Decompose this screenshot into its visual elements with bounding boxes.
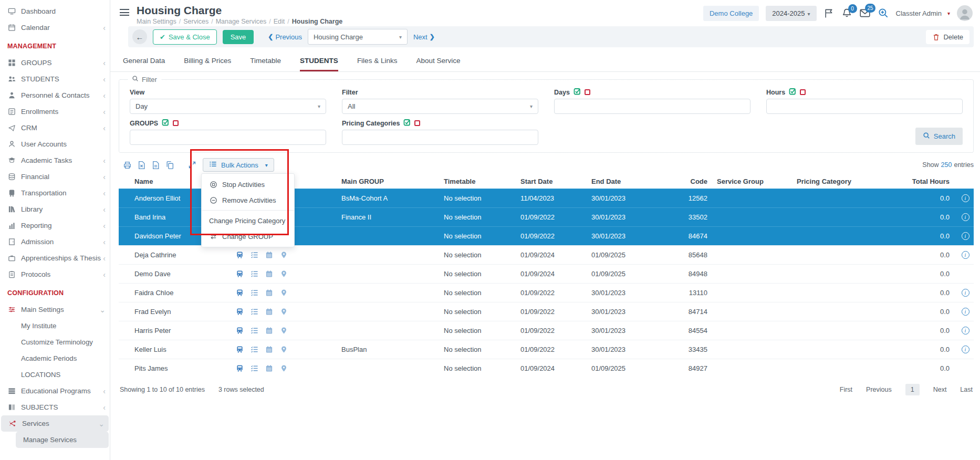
save-close-button[interactable]: ✔Save & Close xyxy=(153,29,217,45)
column-header-total-hours[interactable]: Total Hours xyxy=(894,177,957,185)
calendar-small-icon[interactable] xyxy=(265,308,273,316)
location-icon[interactable] xyxy=(280,308,288,316)
activities-icon[interactable] xyxy=(251,327,258,334)
flag-icon[interactable] xyxy=(823,8,835,19)
sidebar-item-calendar[interactable]: Calendar‹ xyxy=(0,19,110,36)
tab-timetable[interactable]: Timetable xyxy=(250,57,281,71)
bus-icon[interactable] xyxy=(236,308,244,316)
sidebar-item-my-institute[interactable]: My Institute xyxy=(0,318,110,334)
calendar-small-icon[interactable] xyxy=(265,270,273,278)
table-row[interactable]: Demo DaveNo selection01/09/202401/09/202… xyxy=(119,264,974,283)
calendar-small-icon[interactable] xyxy=(265,251,273,259)
days-input[interactable] xyxy=(554,99,750,114)
bus-icon[interactable] xyxy=(236,327,244,334)
messages-mail-icon[interactable]: 25 xyxy=(859,7,871,19)
groups-input[interactable] xyxy=(130,130,326,145)
sidebar-item-main-settings[interactable]: Main Settings⌄ xyxy=(0,301,110,318)
sidebar-item-manage-services[interactable]: Manage Services xyxy=(16,432,109,448)
column-header-timetable[interactable]: Timetable xyxy=(442,177,518,185)
sidebar-item-locations[interactable]: LOCATIONS xyxy=(0,367,110,383)
activities-icon[interactable] xyxy=(251,270,258,278)
uncheck-all-icon[interactable] xyxy=(173,120,179,126)
info-icon[interactable]: i xyxy=(962,251,969,259)
uncheck-all-icon[interactable] xyxy=(414,120,420,126)
location-icon[interactable] xyxy=(280,346,288,353)
filter-select[interactable]: All▾ xyxy=(342,99,538,114)
delete-button[interactable]: Delete xyxy=(926,30,969,44)
print-icon[interactable] xyxy=(123,161,132,170)
sidebar-item-reporting[interactable]: Reporting‹ xyxy=(0,217,110,234)
info-icon[interactable]: i xyxy=(962,194,969,202)
column-header-code[interactable]: Code xyxy=(660,177,715,185)
info-icon[interactable]: i xyxy=(962,232,969,240)
bus-icon[interactable] xyxy=(236,364,244,372)
hours-input[interactable] xyxy=(766,99,963,114)
activities-icon[interactable] xyxy=(251,251,258,259)
calendar-small-icon[interactable] xyxy=(265,289,273,297)
menu-item-change-pricing-category[interactable]: Change Pricing Category xyxy=(202,213,294,228)
column-header-pricing-category[interactable]: Pricing Category xyxy=(795,177,894,185)
sidebar-item-academic-tasks[interactable]: Academic Tasks‹ xyxy=(0,152,110,169)
uncheck-all-icon[interactable] xyxy=(800,89,806,95)
sidebar-item-customize-terminology[interactable]: Customize Terminology xyxy=(0,334,110,350)
entries-count-selector[interactable]: 250 xyxy=(941,161,952,169)
back-button[interactable]: ← xyxy=(132,29,147,44)
check-all-icon[interactable] xyxy=(789,88,796,97)
pagination-1[interactable]: 1 xyxy=(905,384,920,395)
institution-chip[interactable]: Demo College xyxy=(703,6,759,21)
breadcrumb-item[interactable]: Services xyxy=(183,18,208,25)
bus-icon[interactable] xyxy=(236,270,244,278)
calendar-small-icon[interactable] xyxy=(265,346,273,353)
sidebar-item-services[interactable]: Services⌄ xyxy=(1,415,109,432)
sidebar-item-academic-periods[interactable]: Academic Periods xyxy=(0,350,110,367)
sidebar-item-library[interactable]: Library‹ xyxy=(0,201,110,217)
pagination-previous[interactable]: Previous xyxy=(866,386,892,393)
table-row[interactable]: Frad EvelynNo selection01/09/202230/01/2… xyxy=(119,302,974,321)
menu-item-stop-activities[interactable]: Stop Activities xyxy=(202,176,294,192)
export-excel-icon[interactable] xyxy=(137,161,146,170)
view-select[interactable]: Day▾ xyxy=(130,99,326,114)
sidebar-item-protocols[interactable]: Protocols‹ xyxy=(0,266,110,283)
menu-item-remove-activities[interactable]: Remove Activities xyxy=(202,192,294,208)
tab-students[interactable]: STUDENTS xyxy=(300,57,338,71)
service-selector[interactable]: Housing Charge▾ xyxy=(308,29,408,45)
sidebar-item-students[interactable]: STUDENTS‹ xyxy=(0,71,110,87)
menu-toggle-icon[interactable] xyxy=(120,9,129,18)
column-header-end-date[interactable]: End Date xyxy=(589,177,660,185)
sidebar-item-transportation[interactable]: Transportation‹ xyxy=(0,185,110,201)
menu-item-change-group[interactable]: Change GROUP xyxy=(202,228,294,244)
bulk-actions-button[interactable]: Bulk Actions ▾ xyxy=(203,158,274,172)
export-pdf-icon[interactable] xyxy=(151,161,160,170)
sidebar-item-groups[interactable]: GROUPS‹ xyxy=(0,55,110,71)
activities-icon[interactable] xyxy=(251,308,258,316)
user-menu[interactable]: Classter Admin▾ xyxy=(896,9,950,17)
sidebar-item-crm[interactable]: CRM‹ xyxy=(0,120,110,136)
expand-table-icon[interactable] xyxy=(188,161,196,170)
check-all-icon[interactable] xyxy=(403,119,411,128)
pricing-categories-input[interactable] xyxy=(342,130,538,145)
pagination-first[interactable]: First xyxy=(840,386,852,393)
table-row[interactable]: Harris PeterNo selection01/09/202230/01/… xyxy=(119,321,974,340)
table-row[interactable]: Deja CathrineNo selection01/09/202401/09… xyxy=(119,245,974,264)
info-icon[interactable]: i xyxy=(962,289,969,297)
table-row[interactable]: Faidra ChloeNo selection01/09/202230/01/… xyxy=(119,283,974,302)
location-icon[interactable] xyxy=(280,251,288,259)
bus-icon[interactable] xyxy=(236,251,244,259)
save-button[interactable]: Save xyxy=(223,30,254,44)
check-all-icon[interactable] xyxy=(162,119,169,128)
check-all-icon[interactable] xyxy=(574,88,581,97)
bus-icon[interactable] xyxy=(236,289,244,297)
zoom-search-icon[interactable] xyxy=(878,7,889,19)
location-icon[interactable] xyxy=(280,270,288,278)
previous-button[interactable]: ❮Previous xyxy=(268,33,302,41)
tab-files-and-links[interactable]: Files & Links xyxy=(357,57,398,71)
info-icon[interactable]: i xyxy=(962,346,969,353)
bus-icon[interactable] xyxy=(236,346,244,353)
activities-icon[interactable] xyxy=(251,289,258,297)
location-icon[interactable] xyxy=(280,364,288,372)
column-header-service-group[interactable]: Service Group xyxy=(715,177,795,185)
calendar-small-icon[interactable] xyxy=(265,327,273,334)
avatar[interactable] xyxy=(957,5,973,21)
tab-general-data[interactable]: General Data xyxy=(123,57,165,71)
pagination-next[interactable]: Next xyxy=(933,386,947,393)
